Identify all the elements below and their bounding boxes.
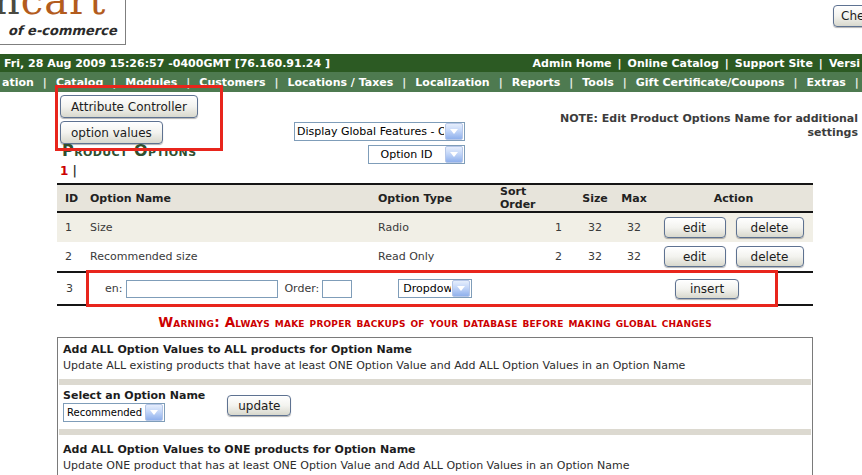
insert-option-row: 3 en: Order: Dropdown insert [57, 272, 813, 305]
admin-page: ncart of e-commerce Check f Fri, 28 Aug … [0, 0, 862, 475]
cell-size: 32 [576, 212, 614, 242]
cell-sort-order: 1 [500, 212, 576, 242]
cell-option-type: Read Only [378, 242, 500, 272]
menu-item-configuration[interactable]: ation [0, 76, 43, 89]
menu-item-customers[interactable]: Customers [190, 76, 274, 89]
display-global-features-select[interactable]: Display Global Features - ON [294, 122, 465, 141]
cell-max: 32 [614, 242, 654, 272]
attribute-controller-button[interactable]: Attribute Controller [60, 95, 198, 118]
link-separator: | [618, 57, 622, 70]
link-version[interactable]: Versi [829, 57, 860, 70]
col-header-sort-order: Sort Order [500, 184, 576, 212]
bulk-one-description: Update ONE product that has at least ONE… [58, 458, 812, 475]
option-id-sort-select[interactable]: Option ID [368, 145, 465, 164]
menu-item-gift-certificate-coupons[interactable]: Gift Certificate/Coupons [627, 76, 794, 89]
col-header-max: Max [614, 184, 654, 212]
menu-item-tools[interactable]: Tools [573, 76, 622, 89]
insert-button[interactable]: insert [675, 279, 739, 299]
datetime-text: Fri, 28 Aug 2009 15:26:57 -0400GMT [76.1… [4, 57, 330, 70]
note-text: NOTE: Edit Product Options Name for addi… [524, 112, 858, 140]
update-button[interactable]: update [227, 395, 291, 416]
sort-order-input[interactable] [322, 280, 352, 298]
cell-sort-order: 2 [500, 242, 576, 272]
chevron-down-icon [445, 146, 463, 163]
cell-id: 3 [57, 282, 86, 295]
cell-size: 32 [576, 242, 614, 272]
product-options-table: ID Option Name Option Type Sort Order Si… [57, 183, 813, 306]
logo-text: ncart [0, 0, 106, 23]
col-header-action: Action [654, 184, 813, 212]
check-updates-button[interactable]: Check f [833, 5, 862, 27]
cell-option-name: Recommended size [90, 242, 378, 272]
bulk-all-action-row: Select an Option Name Recommended size u… [58, 388, 812, 426]
bulk-all-title: Add ALL Option Values to ALL products fo… [58, 338, 812, 358]
edit-button[interactable]: edit [664, 246, 726, 267]
main-menu: ation | Catalog | Modules | Customers | … [0, 72, 862, 92]
menu-item-modules[interactable]: Modules [116, 76, 186, 89]
bulk-actions-box: Add ALL Option Values to ALL products fo… [57, 337, 813, 475]
col-header-size: Size [576, 184, 614, 212]
edit-button[interactable]: edit [664, 217, 726, 238]
select-option-name-label: Select an Option Name [63, 389, 205, 402]
section-divider [59, 379, 811, 385]
link-separator: | [725, 57, 729, 70]
col-header-id: ID [57, 184, 90, 212]
option-type-select[interactable]: Dropdown [398, 279, 472, 298]
col-header-option-name: Option Name [90, 184, 378, 212]
logo-part-dark: n [0, 0, 21, 23]
menu-item-locations-taxes[interactable]: Locations / Taxes [279, 76, 403, 89]
delete-button[interactable]: delete [736, 246, 804, 267]
page-title: Product Options [62, 141, 197, 160]
menu-item-extras[interactable]: Extras [798, 76, 855, 89]
table-header-row: ID Option Name Option Type Sort Order Si… [57, 184, 813, 212]
link-online-catalog[interactable]: Online Catalog [628, 57, 719, 70]
menu-item-catalog[interactable]: Catalog [47, 76, 112, 89]
order-label: Order: [284, 282, 319, 295]
menu-item-localization[interactable]: Localization [406, 76, 498, 89]
language-label: en: [105, 282, 122, 295]
header-bar: Fri, 28 Aug 2009 15:26:57 -0400GMT [76.1… [0, 54, 862, 72]
backup-warning-text: Warning: Always make proper backups of y… [57, 314, 813, 330]
select-value: Dropdown [399, 282, 451, 295]
option-name-select[interactable]: Recommended size [63, 403, 165, 422]
logo-tagline: of e-commerce [8, 23, 117, 38]
delete-button[interactable]: delete [736, 217, 804, 238]
new-option-name-input[interactable] [126, 280, 278, 298]
cell-option-name: Size [90, 212, 378, 242]
pagination: 1 | [60, 164, 77, 178]
bulk-all-description: Update ALL existing products that have a… [58, 358, 812, 376]
chevron-down-icon [452, 280, 470, 297]
menu-item-reports[interactable]: Reports [503, 76, 570, 89]
table-row: 2 Recommended size Read Only 2 32 32 edi… [57, 242, 813, 272]
pagination-page-1[interactable]: 1 [60, 164, 68, 178]
bulk-one-title: Add ALL Option Values to ONE products fo… [58, 438, 812, 458]
store-logo: ncart of e-commerce [0, 0, 126, 45]
cell-id: 2 [57, 242, 90, 272]
cell-id: 1 [57, 212, 90, 242]
col-header-option-type: Option Type [378, 184, 500, 212]
cell-max: 32 [614, 212, 654, 242]
pagination-separator: | [73, 164, 77, 178]
select-value: Display Global Features - ON [295, 125, 444, 138]
header-links: Admin Home | Online Catalog | Support Si… [533, 57, 860, 70]
section-divider [59, 429, 811, 435]
chevron-down-icon [445, 123, 463, 140]
link-separator: | [819, 57, 823, 70]
select-value: Option ID [369, 148, 444, 161]
menu-separator: | [855, 76, 859, 89]
link-admin-home[interactable]: Admin Home [533, 57, 612, 70]
logo-part-orange: cart [21, 0, 106, 23]
table-row: 1 Size Radio 1 32 32 edit delete [57, 212, 813, 242]
select-value: Recommended size [64, 407, 144, 418]
cell-option-type: Radio [378, 212, 500, 242]
link-support-site[interactable]: Support Site [735, 57, 813, 70]
chevron-down-icon [145, 404, 163, 421]
